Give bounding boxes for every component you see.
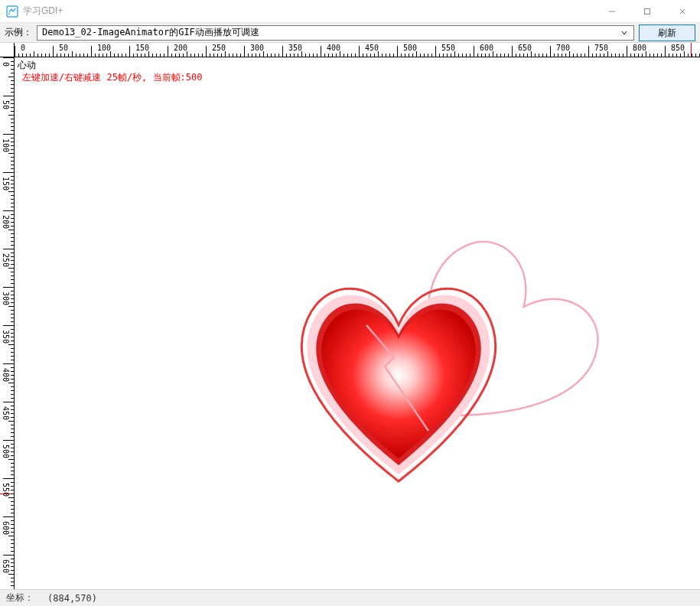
svg-rect-0 <box>7 6 18 17</box>
demo-select[interactable]: Demo13_02-ImageAnimator的GIF动画播放可调速 <box>37 25 634 41</box>
demo-select-value: Demo13_02-ImageAnimator的GIF动画播放可调速 <box>42 26 618 39</box>
ruler-vertical: 0501001502002503003504004505005506006507… <box>0 57 15 589</box>
canvas[interactable]: 心动 左键加速/右键减速 25帧/秒, 当前帧:500 <box>15 57 700 589</box>
svg-point-1 <box>8 13 10 15</box>
ruler-origin-corner <box>0 43 15 57</box>
refresh-button[interactable]: 刷新 <box>639 24 695 41</box>
canvas-title: 心动 <box>18 59 36 72</box>
window-controls <box>594 0 700 23</box>
window-title: 学习GDI+ <box>23 5 63 18</box>
toolbar-label: 示例： <box>5 26 32 39</box>
heart-main <box>276 266 521 495</box>
toolbar: 示例： Demo13_02-ImageAnimator的GIF动画播放可调速 刷… <box>0 23 700 43</box>
title-bar: 学习GDI+ <box>0 0 700 23</box>
status-coord-label: 坐标： <box>6 591 34 604</box>
app-icon <box>6 5 18 18</box>
canvas-hint: 左键加速/右键减速 25帧/秒, 当前帧:500 <box>22 71 202 84</box>
status-coord-value: (884,570) <box>47 593 97 604</box>
status-bar: 坐标： (884,570) <box>0 589 700 606</box>
svg-rect-2 <box>645 9 650 15</box>
minimize-button[interactable] <box>594 0 630 23</box>
work-area: 0501001502002503003504004505005506006507… <box>0 43 700 589</box>
chevron-down-icon <box>618 26 630 40</box>
ruler-horizontal: 0501001502002503003504004505005506006507… <box>15 43 700 57</box>
maximize-button[interactable] <box>630 0 665 23</box>
close-button[interactable] <box>665 0 700 23</box>
